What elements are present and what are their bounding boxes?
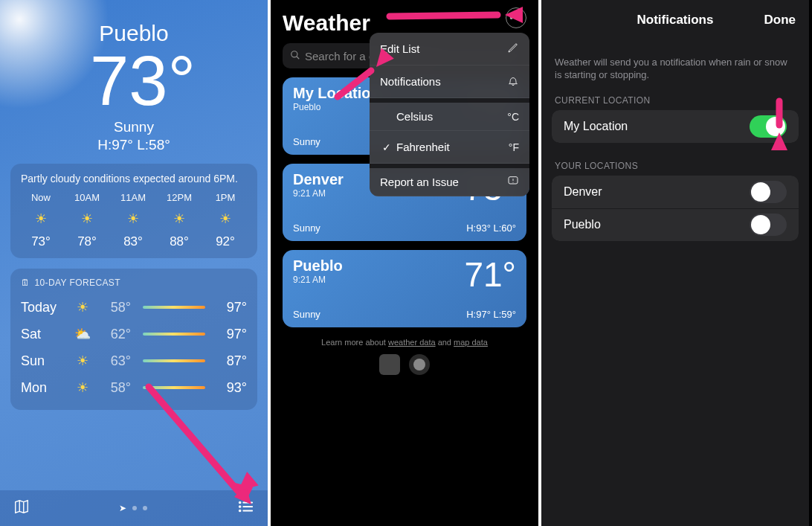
footer-note: Learn more about weather data and map da… [271, 338, 538, 347]
menu-label: Report an Issue [380, 176, 459, 188]
city-card-cond: Sunny [293, 222, 320, 234]
unit-label: °F [509, 141, 519, 153]
hour-temp: 73° [21, 234, 61, 249]
temp-range-bar [143, 306, 205, 309]
check-icon: ✓ [380, 141, 393, 153]
svg-line-15 [390, 15, 497, 16]
hour-temp: 88° [159, 234, 199, 249]
day-low: 58° [101, 300, 131, 315]
toggle-knob [751, 182, 770, 202]
svg-line-11 [297, 56, 300, 59]
unit-label: °C [507, 111, 519, 123]
temp-range-bar [143, 359, 205, 362]
pencil-icon [507, 42, 519, 56]
location-arrow-icon: ➤ [119, 503, 126, 513]
sun-icon: ☀ [159, 211, 199, 227]
map-data-link[interactable]: map data [454, 338, 488, 347]
weather-list-panel: Weather ••• Search for a city or airport… [271, 0, 538, 526]
row-denver[interactable]: Denver [552, 176, 799, 208]
day-high: 97° [217, 327, 247, 342]
cloud-sun-icon: ⛅ [71, 326, 94, 342]
provider-logo [409, 354, 430, 375]
hour-label: 11AM [113, 192, 153, 203]
city-card-temp: 71° [464, 254, 516, 295]
section-header: YOUR LOCATIONS [541, 161, 809, 176]
row-label: My Location [564, 120, 628, 133]
day-name: Today [21, 300, 64, 315]
exclaim-bubble-icon [507, 175, 519, 189]
hour-temp: 78° [67, 234, 107, 249]
day-low: 62° [101, 327, 131, 342]
svg-point-14 [512, 182, 513, 182]
day-low: 58° [101, 380, 131, 396]
hour-temp: 92° [205, 234, 245, 249]
condition-text: Sunny [0, 119, 268, 135]
hour-col: 10AM ☀ 78° [67, 192, 107, 249]
row-pueblo[interactable]: Pueblo [552, 208, 799, 241]
temp-range-bar [143, 333, 205, 336]
annotation-arrow [134, 372, 268, 516]
weather-main-panel: Pueblo 73° Sunny H:97° L:58° Partly clou… [0, 0, 268, 526]
forecast-note: Partly cloudy conditions expected around… [21, 173, 247, 185]
notifications-panel: Notifications Done Weather will send you… [541, 0, 809, 526]
ten-day-header: 🗓10-DAY FORECAST [21, 278, 247, 288]
hour-temp: 83° [113, 234, 153, 249]
menu-label: Celsius [396, 110, 433, 123]
annotation-arrow [330, 56, 397, 111]
menu-report[interactable]: Report an Issue [370, 164, 529, 196]
done-button[interactable]: Done [764, 13, 796, 28]
city-card-cond: Sunny [293, 136, 320, 147]
city-card-hilo: H:93° L:60° [466, 222, 516, 234]
weather-header: Pueblo 73° Sunny H:97° L:58° [0, 0, 268, 153]
hour-label: 1PM [205, 192, 245, 203]
day-name: Sat [21, 327, 64, 342]
hour-label: Now [21, 192, 61, 203]
search-icon [290, 50, 300, 62]
hour-col: 12PM ☀ 88° [159, 192, 199, 249]
weather-channel-logo [379, 354, 400, 375]
hourly-row[interactable]: Now ☀ 73° 10AM ☀ 78° 11AM ☀ 83° 12PM ☀ 8… [21, 192, 247, 249]
annotation-arrow [757, 95, 802, 150]
sun-icon: ☀ [67, 211, 107, 227]
ten-day-header-label: 10-DAY FORECAST [34, 278, 120, 288]
map-icon[interactable] [13, 498, 30, 518]
row-label: Pueblo [564, 218, 601, 231]
svg-line-17 [338, 71, 371, 97]
bell-icon [507, 74, 519, 89]
toggle-pueblo[interactable] [750, 214, 787, 236]
sheet-title: Notifications [637, 13, 714, 28]
hour-col: 1PM ☀ 92° [205, 192, 245, 249]
menu-fahrenheit[interactable]: ✓Fahrenheit °F [370, 131, 529, 164]
city-card[interactable]: Pueblo 9:21 AM 71° Sunny H:97° L:59° [283, 250, 526, 327]
current-temp: 73° [18, 46, 268, 116]
sun-icon: ☀ [21, 211, 61, 227]
day-low: 63° [101, 353, 131, 369]
footer-text: Learn more about [321, 338, 388, 347]
day-row[interactable]: Today ☀ 58° 97° [21, 294, 247, 321]
sheet-description: Weather will send you a notification whe… [541, 40, 809, 95]
svg-line-6 [149, 387, 238, 491]
hour-col: 11AM ☀ 83° [113, 192, 153, 249]
sun-icon: ☀ [113, 211, 153, 227]
day-row[interactable]: Sun ☀ 63° 87° [21, 347, 247, 374]
toggle-denver[interactable] [750, 181, 787, 203]
weather-data-link[interactable]: weather data [388, 338, 436, 347]
footer-text: and [436, 338, 454, 347]
day-name: Sun [21, 353, 64, 369]
row-label: Denver [564, 185, 602, 199]
provider-logos [271, 354, 538, 378]
hour-col: Now ☀ 73° [21, 192, 61, 249]
sun-icon: ☀ [71, 299, 94, 315]
day-high: 87° [217, 353, 247, 369]
svg-marker-16 [505, 7, 523, 23]
sun-icon: ☀ [71, 353, 94, 369]
hourly-card[interactable]: Partly cloudy conditions expected around… [10, 164, 257, 258]
day-name: Mon [21, 380, 64, 396]
menu-label: Fahrenheit [396, 141, 450, 153]
toggle-knob [751, 215, 770, 234]
calendar-icon: 🗓 [21, 278, 30, 288]
hour-label: 10AM [67, 192, 107, 203]
sheet-header: Notifications Done [541, 0, 809, 40]
day-row[interactable]: Sat ⛅ 62° 97° [21, 321, 247, 347]
city-card-cond: Sunny [293, 309, 320, 320]
